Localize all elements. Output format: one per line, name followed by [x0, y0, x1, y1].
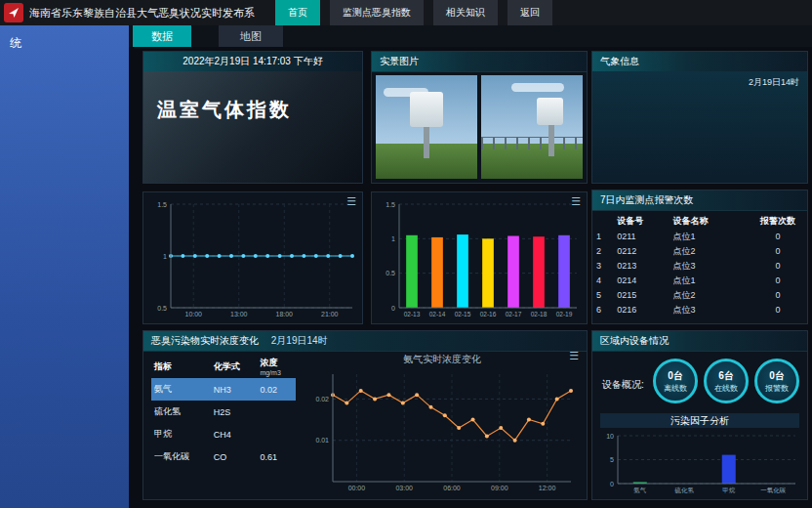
concentration-unit: mg/m3 [260, 369, 293, 376]
table-row[interactable]: 硫化氢H2S [151, 401, 296, 423]
greenhouse-panel: 2022年2月19日 14:17:03 下午好 温室气体指数 [142, 51, 363, 184]
table-row: 20212点位20 [592, 244, 807, 259]
svg-text:1: 1 [391, 235, 395, 242]
alarm-table-body: 10211点位1020212点位2030213点位3040214点位105021… [592, 230, 807, 318]
greenhouse-title: 温室气体指数 [157, 97, 292, 123]
sidebar: 统 [0, 25, 129, 508]
svg-text:10: 10 [606, 433, 614, 440]
device-panel: 区域内设备情况 设备概况: 0台 离线数 6台 在线数 0台 报警数 污染因子分… [591, 330, 808, 500]
weather-timestamp: 2月19日14时 [749, 76, 799, 89]
svg-text:02-16: 02-16 [480, 311, 497, 318]
alarm-panel: 7日内监测点报警次数 设备号 设备名称 报警次数 10211点位1020212点… [591, 190, 808, 324]
svg-text:12:00: 12:00 [539, 485, 556, 491]
svg-text:09:00: 09:00 [491, 485, 508, 491]
weather-panel-title: 气象信息 [592, 52, 807, 72]
tab-bar: 数据 地图 [129, 25, 812, 47]
nh3-chart-title: 氨气实时浓度变化 [304, 353, 581, 366]
greenhouse-trend-panel: 0.511.510:0013:0018:0021:00 ☰ [142, 191, 363, 324]
device-overview-label: 设备概况: [602, 378, 644, 392]
sidebar-label: 统 [0, 25, 129, 52]
pollutant-table-body: 氨气NH30.02硫化氢H2S甲烷CH4一氧化碳CO0.61 [151, 378, 296, 468]
alarm-panel-title: 7日内监测点报警次数 [592, 190, 807, 211]
top-bar: 海南省乐东黎族自治县大气恶臭状况实时发布系 首页 监测点恶臭指数 相关知识 返回 [0, 0, 812, 26]
col-alarm-count: 报警次数 [749, 213, 807, 230]
device-circles: 0台 离线数 6台 在线数 0台 报警数 [653, 359, 799, 403]
online-count-badge: 6台 在线数 [704, 359, 749, 403]
datetime-header: 2022年2月19日 14:17:03 下午好 [143, 52, 362, 72]
chart-toolbox-icon[interactable]: ☰ [569, 351, 579, 361]
site-photo-1 [376, 75, 477, 179]
svg-text:氨气: 氨气 [633, 487, 647, 493]
svg-text:0.01: 0.01 [315, 437, 329, 444]
nav-home[interactable]: 首页 [275, 0, 320, 25]
table-row[interactable]: 一氧化碳CO0.61 [151, 445, 296, 468]
pollutant-panel: 恶臭污染物实时浓度变化 2月19日14时 指标 化学式 浓度 mg/m3 氨气N… [142, 330, 588, 500]
weather-body: 2月19日14时 [592, 71, 807, 183]
svg-text:一氧化碳: 一氧化碳 [760, 487, 787, 494]
svg-text:甲烷: 甲烷 [722, 487, 736, 493]
photos-panel: 实景图片 [371, 51, 588, 184]
offline-count-badge: 0台 离线数 [653, 359, 698, 403]
tab-data[interactable]: 数据 [133, 25, 191, 47]
factor-analysis-title: 污染因子分析 [600, 413, 799, 428]
svg-text:0: 0 [391, 305, 395, 312]
daily-index-panel: 00.511.502-1302-1402-1502-1602-1702-1802… [371, 191, 588, 324]
svg-text:02-19: 02-19 [556, 311, 573, 318]
svg-text:硫化氢: 硫化氢 [674, 487, 695, 494]
device-panel-title: 区域内设备情况 [592, 331, 807, 352]
table-row: 30213点位30 [592, 259, 807, 274]
svg-text:0.5: 0.5 [386, 270, 395, 276]
greenhouse-body: 温室气体指数 [143, 71, 362, 183]
pollutant-panel-title: 恶臭污染物实时浓度变化 [151, 335, 259, 346]
table-row: 60216点位30 [592, 303, 807, 318]
nav-back[interactable]: 返回 [508, 0, 552, 25]
app-title: 海南省乐东黎族自治县大气恶臭状况实时发布系 [29, 0, 255, 25]
table-row: 50215点位20 [592, 288, 807, 303]
chart-toolbox-icon[interactable]: ☰ [571, 196, 581, 207]
table-row: 40214点位10 [592, 274, 807, 288]
svg-text:02-17: 02-17 [506, 311, 522, 318]
photo-row [372, 71, 587, 183]
site-photo-2 [481, 75, 583, 179]
table-row: 10211点位10 [592, 230, 807, 244]
svg-text:03:00: 03:00 [395, 485, 413, 491]
svg-text:02-18: 02-18 [531, 311, 548, 318]
col-device-name: 设备名称 [669, 213, 749, 230]
svg-text:5: 5 [610, 456, 614, 463]
svg-text:02-15: 02-15 [455, 311, 471, 318]
chart-toolbox-icon[interactable]: ☰ [346, 196, 356, 207]
pollutant-panel-header: 恶臭污染物实时浓度变化 2月19日14时 [143, 331, 587, 352]
table-row[interactable]: 氨气NH30.02 [151, 378, 296, 401]
col-device-id: 设备号 [613, 213, 669, 230]
svg-text:1: 1 [163, 253, 167, 260]
svg-text:00:00: 00:00 [348, 485, 366, 491]
tab-map[interactable]: 地图 [219, 25, 283, 47]
alarm-count-badge: 0台 报警数 [754, 359, 799, 403]
app-logo-icon [4, 3, 23, 22]
pollutant-table: 指标 化学式 浓度 mg/m3 氨气NH30.02硫化氢H2S甲烷CH4一氧化碳… [151, 355, 296, 468]
daily-index-chart: 00.511.502-1302-1402-1502-1602-1702-1802… [372, 192, 587, 323]
svg-text:1.5: 1.5 [157, 201, 167, 208]
svg-text:18:00: 18:00 [275, 311, 293, 318]
col-indicator: 指标 [151, 355, 211, 378]
greenhouse-trend-chart: 0.511.510:0013:0018:0021:00 [143, 192, 362, 323]
svg-text:21:00: 21:00 [321, 311, 339, 318]
svg-text:06:00: 06:00 [443, 485, 461, 491]
svg-text:0.02: 0.02 [315, 396, 329, 402]
col-formula: 化学式 [211, 355, 258, 378]
table-row[interactable]: 甲烷CH4 [151, 423, 296, 445]
factor-analysis-chart: 0510氨气硫化氢甲烷一氧化碳 [598, 430, 801, 495]
nh3-chart-area: 氨气实时浓度变化 ☰ 0.010.0200:0003:0006:0009:001… [304, 353, 581, 495]
svg-text:02-14: 02-14 [429, 311, 446, 318]
photos-panel-title: 实景图片 [372, 52, 587, 72]
svg-text:0.5: 0.5 [157, 305, 167, 312]
main-nav: 首页 监测点恶臭指数 相关知识 返回 [275, 0, 552, 25]
pollutant-timestamp: 2月19日14时 [271, 335, 328, 346]
svg-text:1.5: 1.5 [386, 201, 395, 208]
svg-text:0: 0 [610, 481, 614, 487]
col-concentration: 浓度 mg/m3 [257, 355, 296, 378]
nh3-trend-chart: 0.010.0200:0003:0006:0009:0012:00 [304, 366, 581, 495]
nav-knowledge[interactable]: 相关知识 [433, 0, 498, 25]
col-index [592, 213, 613, 230]
nav-odor-index[interactable]: 监测点恶臭指数 [330, 0, 424, 25]
